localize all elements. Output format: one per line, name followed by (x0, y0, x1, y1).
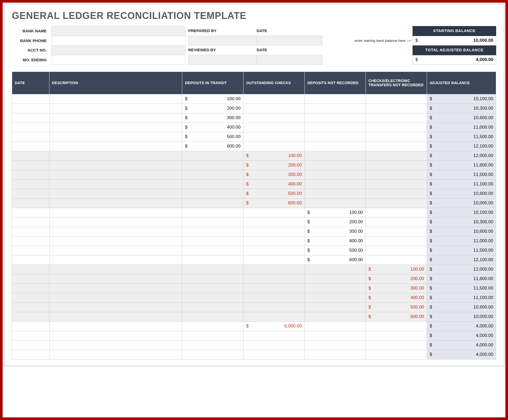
cell-deposits-in-transit[interactable] (182, 236, 243, 246)
cell-date[interactable] (12, 94, 49, 104)
cell-date[interactable] (12, 104, 49, 113)
cell-outstanding-checks[interactable]: $6,000.00 (243, 321, 305, 331)
cell-transfers-not-recorded[interactable]: $500.00 (366, 302, 427, 312)
cell-transfers-not-recorded[interactable] (366, 198, 427, 208)
cell-date[interactable] (12, 179, 49, 189)
cell-description[interactable] (49, 227, 182, 236)
cell-deposits-not-recorded[interactable] (304, 331, 366, 340)
cell-outstanding-checks[interactable] (243, 274, 305, 284)
cell-outstanding-checks[interactable] (243, 255, 305, 265)
cell-outstanding-checks[interactable]: $400.00 (243, 179, 305, 189)
cell-deposits-not-recorded[interactable] (304, 321, 366, 331)
cell-deposits-in-transit[interactable] (182, 284, 243, 293)
cell-transfers-not-recorded[interactable] (366, 217, 427, 227)
cell-date[interactable] (12, 312, 49, 321)
cell-deposits-not-recorded[interactable]: $600.00 (304, 255, 366, 265)
cell-deposits-not-recorded[interactable] (304, 132, 366, 141)
cell-deposits-in-transit[interactable]: $400.00 (182, 123, 243, 132)
cell-deposits-not-recorded[interactable] (304, 104, 366, 113)
cell-transfers-not-recorded[interactable] (366, 321, 427, 331)
cell-deposits-not-recorded[interactable] (304, 113, 366, 123)
cell-deposits-in-transit[interactable] (182, 217, 243, 227)
cell-description[interactable] (49, 217, 182, 227)
cell-date[interactable] (12, 189, 49, 198)
cell-deposits-in-transit[interactable]: $200.00 (182, 104, 243, 113)
cell-date[interactable] (12, 321, 49, 331)
cell-date[interactable] (12, 350, 49, 359)
cell-deposits-in-transit[interactable] (182, 255, 243, 265)
cell-description[interactable] (49, 236, 182, 246)
input-reviewed-by[interactable] (188, 55, 257, 64)
cell-transfers-not-recorded[interactable] (366, 189, 427, 198)
cell-outstanding-checks[interactable] (243, 302, 305, 312)
cell-deposits-not-recorded[interactable]: $200.00 (304, 217, 366, 227)
cell-description[interactable] (49, 255, 182, 265)
cell-date[interactable] (12, 217, 49, 227)
cell-deposits-not-recorded[interactable] (304, 284, 366, 293)
cell-description[interactable] (49, 284, 182, 293)
cell-deposits-not-recorded[interactable] (304, 94, 366, 104)
cell-transfers-not-recorded[interactable]: $400.00 (366, 293, 427, 302)
cell-description[interactable] (49, 189, 182, 198)
cell-deposits-in-transit[interactable]: $500.00 (182, 132, 243, 141)
cell-deposits-in-transit[interactable] (182, 265, 243, 274)
cell-description[interactable] (49, 321, 182, 331)
cell-transfers-not-recorded[interactable] (366, 141, 427, 151)
cell-description[interactable] (49, 340, 182, 350)
cell-description[interactable] (49, 104, 182, 113)
cell-outstanding-checks[interactable] (243, 236, 305, 246)
cell-outstanding-checks[interactable] (243, 265, 305, 274)
cell-transfers-not-recorded[interactable]: $600.00 (366, 312, 427, 321)
cell-date[interactable] (12, 284, 49, 293)
cell-description[interactable] (49, 208, 182, 217)
cell-date[interactable] (12, 302, 49, 312)
cell-date[interactable] (12, 141, 49, 151)
value-starting-balance[interactable]: $10,000.00 (413, 36, 496, 45)
input-mo-ending[interactable] (52, 55, 186, 64)
cell-transfers-not-recorded[interactable] (366, 246, 427, 255)
cell-outstanding-checks[interactable] (243, 350, 305, 359)
cell-description[interactable] (49, 246, 182, 255)
cell-date[interactable] (12, 227, 49, 236)
cell-date[interactable] (12, 151, 49, 160)
cell-date[interactable] (12, 236, 49, 246)
cell-deposits-in-transit[interactable] (182, 179, 243, 189)
cell-outstanding-checks[interactable] (243, 331, 305, 340)
cell-transfers-not-recorded[interactable] (366, 208, 427, 217)
input-acct-no[interactable] (52, 45, 186, 55)
cell-deposits-not-recorded[interactable] (304, 340, 366, 350)
cell-description[interactable] (49, 312, 182, 321)
cell-date[interactable] (12, 246, 49, 255)
input-prepared-date[interactable] (257, 36, 322, 45)
cell-transfers-not-recorded[interactable] (366, 151, 427, 160)
cell-description[interactable] (49, 331, 182, 340)
cell-outstanding-checks[interactable]: $300.00 (243, 170, 305, 179)
cell-date[interactable] (12, 123, 49, 132)
cell-deposits-not-recorded[interactable] (304, 170, 366, 179)
cell-transfers-not-recorded[interactable] (366, 132, 427, 141)
cell-date[interactable] (12, 274, 49, 284)
cell-transfers-not-recorded[interactable]: $200.00 (366, 274, 427, 284)
cell-deposits-in-transit[interactable] (182, 350, 243, 359)
cell-outstanding-checks[interactable]: $200.00 (243, 160, 305, 170)
cell-date[interactable] (12, 132, 49, 141)
cell-outstanding-checks[interactable]: $500.00 (243, 189, 305, 198)
cell-outstanding-checks[interactable] (243, 217, 305, 227)
cell-outstanding-checks[interactable] (243, 208, 305, 217)
input-prepared-by[interactable] (188, 36, 257, 45)
cell-description[interactable] (49, 302, 182, 312)
cell-deposits-not-recorded[interactable]: $300.00 (304, 227, 366, 236)
cell-transfers-not-recorded[interactable] (366, 170, 427, 179)
cell-transfers-not-recorded[interactable] (366, 350, 427, 359)
cell-outstanding-checks[interactable] (243, 284, 305, 293)
cell-outstanding-checks[interactable]: $100.00 (243, 151, 305, 160)
input-bank-phone[interactable] (52, 36, 186, 45)
cell-deposits-in-transit[interactable] (182, 170, 243, 179)
cell-date[interactable] (12, 331, 49, 340)
cell-deposits-not-recorded[interactable] (304, 160, 366, 170)
cell-deposits-not-recorded[interactable] (304, 302, 366, 312)
cell-deposits-not-recorded[interactable]: $100.00 (304, 208, 366, 217)
input-bank-name[interactable] (52, 26, 186, 36)
cell-transfers-not-recorded[interactable]: $100.00 (366, 265, 427, 274)
cell-deposits-not-recorded[interactable] (304, 151, 366, 160)
